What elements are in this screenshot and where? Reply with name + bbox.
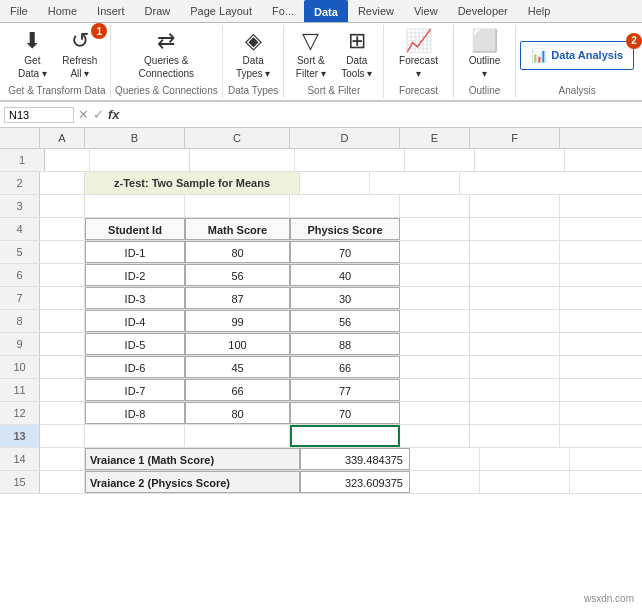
cell-f2[interactable] <box>370 172 460 194</box>
cell-d10[interactable]: 66 <box>290 356 400 378</box>
col-header-d[interactable]: D <box>290 128 400 148</box>
cell-c13[interactable] <box>185 425 290 447</box>
cell-e14[interactable] <box>410 448 480 470</box>
cell-f12[interactable] <box>470 402 560 424</box>
col-header-e[interactable]: E <box>400 128 470 148</box>
confirm-icon[interactable]: ✓ <box>93 107 104 122</box>
cell-c6[interactable]: 56 <box>185 264 290 286</box>
cell-c7[interactable]: 87 <box>185 287 290 309</box>
data-tools-button[interactable]: ⊞ DataTools ▾ <box>335 27 379 83</box>
sort-filter-button[interactable]: ▽ Sort &Filter ▾ <box>289 27 333 83</box>
cell-a14[interactable] <box>40 448 85 470</box>
cell-f15[interactable] <box>480 471 570 493</box>
cell-a6[interactable] <box>40 264 85 286</box>
tab-page-layout[interactable]: Page Layout <box>180 0 262 22</box>
cell-d1[interactable] <box>295 149 405 171</box>
cell-b8[interactable]: ID-4 <box>85 310 185 332</box>
function-icon[interactable]: fx <box>108 107 120 122</box>
cell-d3[interactable] <box>290 195 400 217</box>
cell-b5[interactable]: ID-1 <box>85 241 185 263</box>
cell-c5[interactable]: 80 <box>185 241 290 263</box>
cell-c9[interactable]: 100 <box>185 333 290 355</box>
cell-d12[interactable]: 70 <box>290 402 400 424</box>
cell-a12[interactable] <box>40 402 85 424</box>
cell-f10[interactable] <box>470 356 560 378</box>
cell-d14[interactable]: 339.484375 <box>300 448 410 470</box>
cell-a2[interactable] <box>40 172 85 194</box>
cell-c1[interactable] <box>190 149 295 171</box>
cell-f4[interactable] <box>470 218 560 240</box>
cell-f1[interactable] <box>475 149 565 171</box>
cell-b1[interactable] <box>90 149 190 171</box>
col-header-a[interactable]: A <box>40 128 85 148</box>
cell-e1[interactable] <box>405 149 475 171</box>
tab-developer[interactable]: Developer <box>448 0 518 22</box>
cell-b3[interactable] <box>85 195 185 217</box>
cell-a11[interactable] <box>40 379 85 401</box>
cell-b13[interactable] <box>85 425 185 447</box>
cell-b4[interactable]: Student Id <box>85 218 185 240</box>
cell-e6[interactable] <box>400 264 470 286</box>
tab-insert[interactable]: Insert <box>87 0 135 22</box>
tab-formulas[interactable]: Fo... <box>262 0 304 22</box>
tab-file[interactable]: File <box>0 0 38 22</box>
cell-d8[interactable]: 56 <box>290 310 400 332</box>
tab-draw[interactable]: Draw <box>135 0 181 22</box>
cell-f9[interactable] <box>470 333 560 355</box>
cell-d9[interactable]: 88 <box>290 333 400 355</box>
cell-f5[interactable] <box>470 241 560 263</box>
cell-e3[interactable] <box>400 195 470 217</box>
cell-f7[interactable] <box>470 287 560 309</box>
cell-e12[interactable] <box>400 402 470 424</box>
cell-b11[interactable]: ID-7 <box>85 379 185 401</box>
cell-e9[interactable] <box>400 333 470 355</box>
cell-e5[interactable] <box>400 241 470 263</box>
cell-f8[interactable] <box>470 310 560 332</box>
tab-view[interactable]: View <box>404 0 448 22</box>
cancel-icon[interactable]: ✕ <box>78 107 89 122</box>
outline-button[interactable]: ⬜ Outline ▾ <box>460 27 510 83</box>
tab-help[interactable]: Help <box>518 0 561 22</box>
cell-a1[interactable] <box>45 149 90 171</box>
cell-reference-input[interactable] <box>4 107 74 123</box>
cell-e11[interactable] <box>400 379 470 401</box>
forecast-button[interactable]: 📈 Forecast ▾ <box>390 27 447 83</box>
queries-connections-button[interactable]: ⇄ Queries &Connections <box>133 27 201 83</box>
cell-b15[interactable]: Vraiance 2 (Physics Score) <box>85 471 300 493</box>
tab-data[interactable]: Data <box>304 0 348 22</box>
cell-b14[interactable]: Vraiance 1 (Math Score) <box>85 448 300 470</box>
cell-a13[interactable] <box>40 425 85 447</box>
cell-a10[interactable] <box>40 356 85 378</box>
cell-d4[interactable]: Physics Score <box>290 218 400 240</box>
cell-e15[interactable] <box>410 471 480 493</box>
get-data-button[interactable]: ⬇ GetData ▾ <box>10 27 54 83</box>
cell-d15[interactable]: 323.609375 <box>300 471 410 493</box>
cell-a3[interactable] <box>40 195 85 217</box>
col-header-c[interactable]: C <box>185 128 290 148</box>
cell-b6[interactable]: ID-2 <box>85 264 185 286</box>
cell-d11[interactable]: 77 <box>290 379 400 401</box>
cell-a8[interactable] <box>40 310 85 332</box>
data-types-button[interactable]: ◈ DataTypes ▾ <box>230 27 276 83</box>
cell-a4[interactable] <box>40 218 85 240</box>
cell-e7[interactable] <box>400 287 470 309</box>
cell-a5[interactable] <box>40 241 85 263</box>
cell-b2[interactable]: z-Test: Two Sample for Means <box>85 172 300 194</box>
tab-home[interactable]: Home <box>38 0 87 22</box>
cell-b7[interactable]: ID-3 <box>85 287 185 309</box>
cell-e13[interactable] <box>400 425 470 447</box>
tab-review[interactable]: Review <box>348 0 404 22</box>
cell-b10[interactable]: ID-6 <box>85 356 185 378</box>
cell-d6[interactable]: 40 <box>290 264 400 286</box>
cell-e4[interactable] <box>400 218 470 240</box>
cell-e10[interactable] <box>400 356 470 378</box>
cell-f13[interactable] <box>470 425 560 447</box>
cell-c11[interactable]: 66 <box>185 379 290 401</box>
formula-input[interactable] <box>124 109 638 121</box>
cell-c4[interactable]: Math Score <box>185 218 290 240</box>
cell-e8[interactable] <box>400 310 470 332</box>
cell-d7[interactable]: 30 <box>290 287 400 309</box>
cell-d5[interactable]: 70 <box>290 241 400 263</box>
cell-f6[interactable] <box>470 264 560 286</box>
cell-f3[interactable] <box>470 195 560 217</box>
